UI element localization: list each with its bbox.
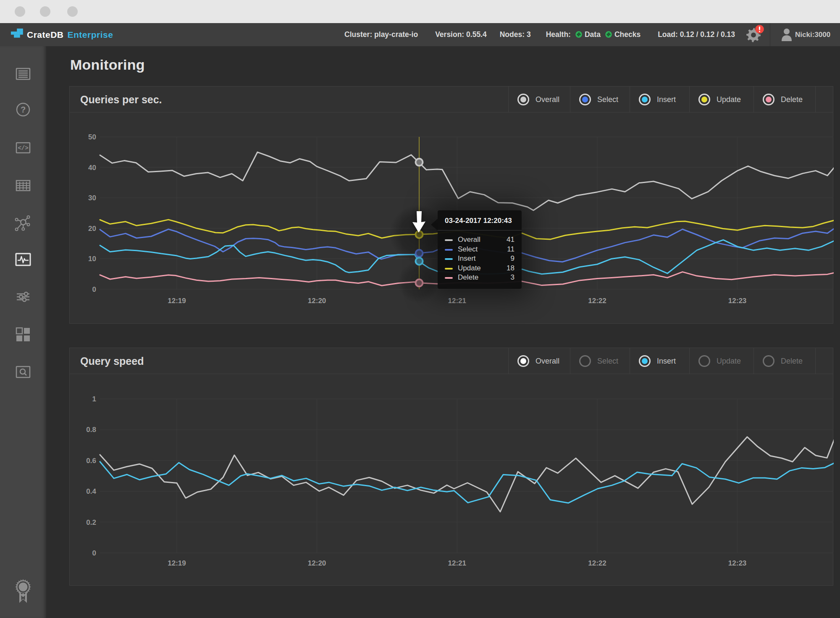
svg-text:0.8: 0.8: [86, 426, 96, 434]
svg-text:12:19: 12:19: [168, 297, 186, 305]
svg-text:0: 0: [92, 285, 96, 293]
svg-text:12:20: 12:20: [308, 559, 326, 567]
svg-text:12:22: 12:22: [588, 297, 606, 305]
svg-text:40: 40: [88, 164, 96, 172]
svg-text:20: 20: [88, 225, 96, 233]
svg-text:12:23: 12:23: [728, 297, 746, 305]
svg-text:12:21: 12:21: [448, 559, 466, 567]
svg-text:12:22: 12:22: [588, 559, 606, 567]
svg-text:?: ?: [21, 105, 26, 114]
svg-text:0.4: 0.4: [86, 487, 96, 495]
svg-text:12:23: 12:23: [728, 559, 746, 567]
svg-text:30: 30: [88, 194, 96, 202]
svg-text:1: 1: [92, 395, 96, 403]
svg-text:0.6: 0.6: [86, 457, 96, 465]
svg-text:</>: </>: [18, 145, 28, 152]
svg-text:50: 50: [88, 133, 96, 141]
svg-text:10: 10: [88, 255, 96, 263]
svg-text:0: 0: [92, 549, 96, 557]
svg-text:12:19: 12:19: [168, 559, 186, 567]
svg-text:0.2: 0.2: [86, 518, 96, 526]
svg-text:12:20: 12:20: [308, 297, 326, 305]
svg-text:12:21: 12:21: [448, 297, 466, 305]
